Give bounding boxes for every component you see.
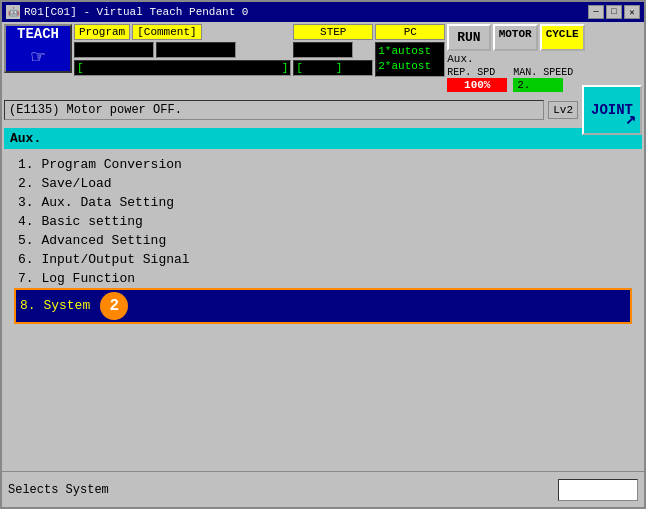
man-speed-bar: 2. xyxy=(513,78,563,92)
title-bar: 🤖 R01[C01] - Virtual Teach Pendant 0 — □… xyxy=(2,2,644,22)
step-bracket-input[interactable]: [ ] xyxy=(293,60,373,76)
status-message: (E1135) Motor power OFF. xyxy=(4,100,544,120)
minimize-button[interactable]: — xyxy=(588,5,604,19)
menu-item-3[interactable]: 3. Aux. Data Setting xyxy=(14,193,632,212)
aux-run-row: Aux. xyxy=(447,53,584,65)
title-bar-buttons: — □ ✕ xyxy=(588,5,640,19)
title-bar-left: 🤖 R01[C01] - Virtual Teach Pendant 0 xyxy=(6,5,248,19)
rep-spd-label: REP. SPD xyxy=(447,67,507,78)
menu-area: 1. Program Conversion2. Save/Load3. Aux.… xyxy=(4,149,642,469)
teach-button[interactable]: TEACH ☞ xyxy=(4,24,72,73)
pc-values: 1*autost 2*autost xyxy=(375,42,445,77)
step-label: STEP xyxy=(293,24,373,40)
lv2-badge: Lv2 xyxy=(548,101,578,119)
aux-label: Aux. xyxy=(447,53,473,65)
speeds-row: REP. SPD 100% MAN. SPEED 2. xyxy=(447,67,584,92)
program-section: Program [Comment] [ ] xyxy=(74,24,291,76)
window-frame: 🤖 R01[C01] - Virtual Teach Pendant 0 — □… xyxy=(0,0,646,509)
rep-spd-bar: 100% xyxy=(447,78,507,92)
run-button[interactable]: RUN xyxy=(447,24,490,51)
joint-button[interactable]: JOINT ↗ xyxy=(582,85,642,135)
selected-badge: 2 xyxy=(100,292,128,320)
pc-line2: 2*autost xyxy=(378,59,442,74)
step-input[interactable] xyxy=(293,42,353,58)
window-title: R01[C01] - Virtual Teach Pendant 0 xyxy=(24,6,248,18)
menu-item-1[interactable]: 1. Program Conversion xyxy=(14,155,632,174)
bottom-status: Selects System xyxy=(8,483,109,497)
teach-label: TEACH xyxy=(17,26,59,42)
rep-spd-container: REP. SPD 100% xyxy=(447,67,507,92)
bottom-bar: Selects System xyxy=(2,471,644,507)
menu-item-8[interactable]: 8. System2 xyxy=(14,288,632,324)
menu-item-5[interactable]: 5. Advanced Setting xyxy=(14,231,632,250)
maximize-button[interactable]: □ xyxy=(606,5,622,19)
aux-header: Aux. xyxy=(4,128,642,149)
step-section: STEP [ ] xyxy=(293,24,373,76)
program-input[interactable] xyxy=(74,42,154,58)
content-area: TEACH ☞ Program [Comment] [ ] xyxy=(2,22,644,471)
comment-input[interactable] xyxy=(156,42,236,58)
close-button[interactable]: ✕ xyxy=(624,5,640,19)
status-row: (E1135) Motor power OFF. Lv2 JOINT ↗ xyxy=(4,94,642,126)
motor-button[interactable]: MOTOR xyxy=(493,24,538,51)
pc-line1: 1*autost xyxy=(378,44,442,59)
program-top-row: Program [Comment] xyxy=(74,24,291,40)
cycle-button[interactable]: CYCLE xyxy=(540,24,585,51)
menu-item-2[interactable]: 2. Save/Load xyxy=(14,174,632,193)
pc-section: PC 1*autost 2*autost xyxy=(375,24,445,77)
menu-item-4[interactable]: 4. Basic setting xyxy=(14,212,632,231)
program-bracket-input[interactable]: [ ] xyxy=(74,60,291,76)
right-controls: RUN MOTOR CYCLE Aux. REP. SPD 100% MAN. … xyxy=(447,24,584,92)
hand-icon: ☞ xyxy=(31,44,44,71)
bottom-input[interactable] xyxy=(558,479,638,501)
man-speed-label: MAN. SPEED xyxy=(513,67,573,78)
pc-label: PC xyxy=(375,24,445,40)
comment-label: [Comment] xyxy=(132,24,201,40)
program-bottom-row xyxy=(74,42,291,58)
man-speed-container: MAN. SPEED 2. xyxy=(513,67,573,92)
app-icon: 🤖 xyxy=(6,5,20,19)
menu-item-7[interactable]: 7. Log Function xyxy=(14,269,632,288)
run-row: RUN MOTOR CYCLE xyxy=(447,24,584,51)
program-extra-row: [ ] xyxy=(74,60,291,76)
toolbar-main: TEACH ☞ Program [Comment] [ ] xyxy=(4,24,642,92)
joint-arrow-icon: ↗ xyxy=(625,107,636,129)
menu-item-6[interactable]: 6. Input/Output Signal xyxy=(14,250,632,269)
program-label: Program xyxy=(74,24,130,40)
